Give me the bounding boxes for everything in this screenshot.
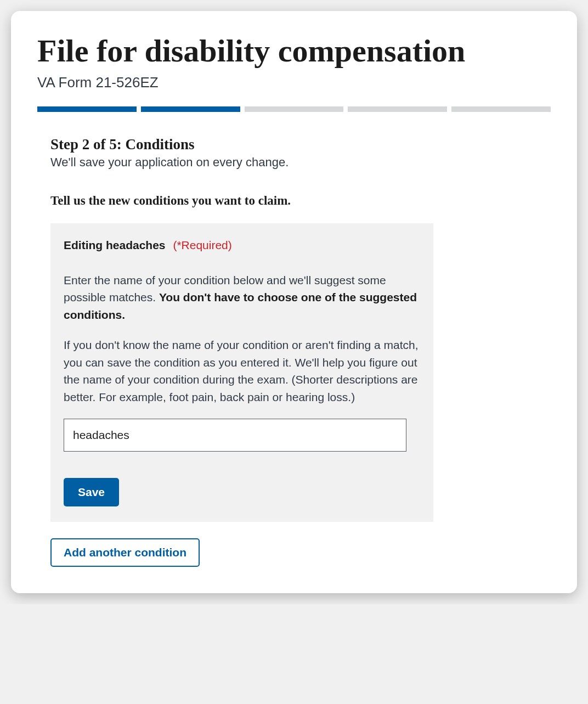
step-heading: Step 2 of 5: Conditions [50,136,474,153]
editing-label: Editing headaches [64,239,166,251]
form-number-subtitle: VA Form 21-526EZ [37,74,551,91]
autosave-note: We'll save your application on every cha… [50,155,474,170]
progress-bar [37,106,551,112]
content-area: Step 2 of 5: Conditions We'll save your … [37,136,551,567]
progress-segment-3 [245,106,344,112]
progress-segment-1 [37,106,137,112]
page-title: File for disability compensation [37,33,551,70]
editing-line: Editing headaches (*Required) [64,239,420,252]
save-button[interactable]: Save [64,478,119,506]
progress-segment-5 [451,106,551,112]
instruction-intro: Enter the name of your condition below a… [64,272,420,324]
instruction-help: If you don't know the name of your condi… [64,336,420,405]
condition-name-input[interactable] [64,419,406,452]
progress-segment-4 [348,106,447,112]
form-page-card: File for disability compensation VA Form… [11,11,577,593]
required-indicator: (*Required) [173,239,231,251]
section-title: Tell us the new conditions you want to c… [50,194,474,208]
condition-edit-card: Editing headaches (*Required) Enter the … [50,223,433,522]
add-another-condition-button[interactable]: Add another condition [50,538,200,567]
progress-segment-2 [141,106,240,112]
